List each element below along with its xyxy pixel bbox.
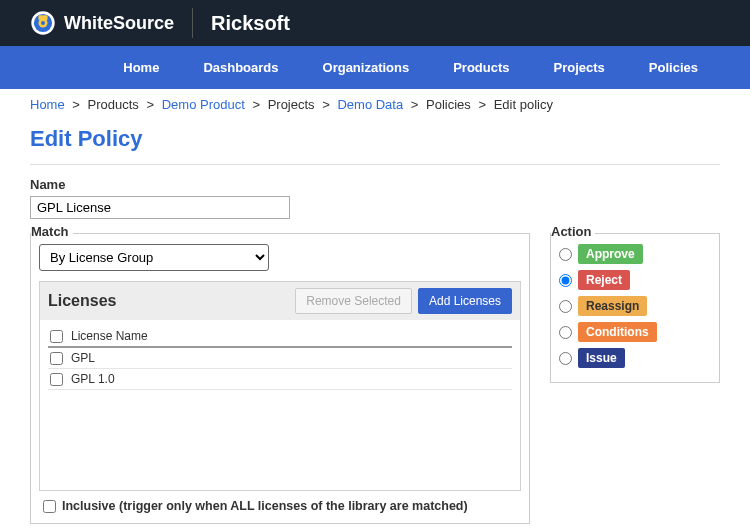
action-issue: Issue <box>559 348 711 368</box>
add-licenses-button[interactable]: Add Licenses <box>418 288 512 314</box>
crumb-home[interactable]: Home <box>30 97 65 112</box>
crumb-sep: > <box>252 97 260 112</box>
license-row-label: GPL <box>71 351 95 365</box>
action-badge-conditions: Conditions <box>578 322 657 342</box>
crumb-sep: > <box>72 97 80 112</box>
action-radio-approve[interactable] <box>559 248 572 261</box>
action-badge-reject: Reject <box>578 270 630 290</box>
select-all-checkbox[interactable] <box>50 330 63 343</box>
license-row: GPL <box>48 348 512 369</box>
crumb-sep: > <box>411 97 419 112</box>
crumb-projects: Projects <box>268 97 315 112</box>
breadcrumb: Home > Products > Demo Product > Project… <box>0 89 750 120</box>
licenses-box: Licenses Remove Selected Add Licenses Li… <box>39 281 521 491</box>
inclusive-checkbox[interactable] <box>43 500 56 513</box>
crumb-edit-policy: Edit policy <box>494 97 553 112</box>
match-panel: Match By License Group Licenses Remove S… <box>30 233 530 524</box>
action-badge-approve: Approve <box>578 244 643 264</box>
crumb-sep: > <box>146 97 154 112</box>
action-radio-reassign[interactable] <box>559 300 572 313</box>
licenses-title: Licenses <box>48 292 295 310</box>
inclusive-label: Inclusive (trigger only when ALL license… <box>62 499 468 513</box>
action-reassign: Reassign <box>559 296 711 316</box>
nav-organizations[interactable]: Organizations <box>301 46 432 89</box>
licenses-header: Licenses Remove Selected Add Licenses <box>40 282 520 320</box>
action-radio-issue[interactable] <box>559 352 572 365</box>
navbar: Home Dashboards Organizations Products P… <box>0 46 750 89</box>
license-row: GPL 1.0 <box>48 369 512 390</box>
logo-icon <box>30 10 56 36</box>
crumb-sep: > <box>322 97 330 112</box>
svg-point-4 <box>41 21 45 25</box>
crumb-demo-product[interactable]: Demo Product <box>162 97 245 112</box>
match-select[interactable]: By License Group <box>39 244 269 271</box>
action-badge-reassign: Reassign <box>578 296 647 316</box>
action-radio-reject[interactable] <box>559 274 572 287</box>
action-panel: Action Approve Reject Reassign Condition… <box>550 233 720 383</box>
crumb-policies: Policies <box>426 97 471 112</box>
action-approve: Approve <box>559 244 711 264</box>
name-input[interactable] <box>30 196 290 219</box>
crumb-products: Products <box>88 97 139 112</box>
inclusive-row: Inclusive (trigger only when ALL license… <box>39 491 521 515</box>
name-label: Name <box>30 177 720 192</box>
nav-products[interactable]: Products <box>431 46 531 89</box>
crumb-sep: > <box>478 97 486 112</box>
license-row-label: GPL 1.0 <box>71 372 115 386</box>
topbar: WhiteSource Ricksoft <box>0 0 750 46</box>
action-reject: Reject <box>559 270 711 290</box>
remove-selected-button[interactable]: Remove Selected <box>295 288 412 314</box>
partner-name: Ricksoft <box>211 12 290 35</box>
license-row-checkbox[interactable] <box>50 373 63 386</box>
action-radio-conditions[interactable] <box>559 326 572 339</box>
licenses-body: License Name GPL GPL 1.0 <box>40 320 520 490</box>
license-row-checkbox[interactable] <box>50 352 63 365</box>
crumb-demo-data[interactable]: Demo Data <box>337 97 403 112</box>
page-title: Edit Policy <box>0 120 750 164</box>
brand-divider <box>192 8 193 38</box>
nav-home[interactable]: Home <box>101 46 181 89</box>
match-legend: Match <box>31 224 73 239</box>
content: Name Match By License Group Licenses Rem… <box>0 165 750 528</box>
license-name-header: License Name <box>71 329 148 343</box>
logo-area: WhiteSource <box>30 10 174 36</box>
action-legend: Action <box>551 224 595 239</box>
nav-policies[interactable]: Policies <box>627 46 720 89</box>
action-badge-issue: Issue <box>578 348 625 368</box>
nav-projects[interactable]: Projects <box>532 46 627 89</box>
brand-name: WhiteSource <box>64 13 174 34</box>
action-conditions: Conditions <box>559 322 711 342</box>
license-header-row: License Name <box>48 326 512 348</box>
nav-dashboards[interactable]: Dashboards <box>181 46 300 89</box>
